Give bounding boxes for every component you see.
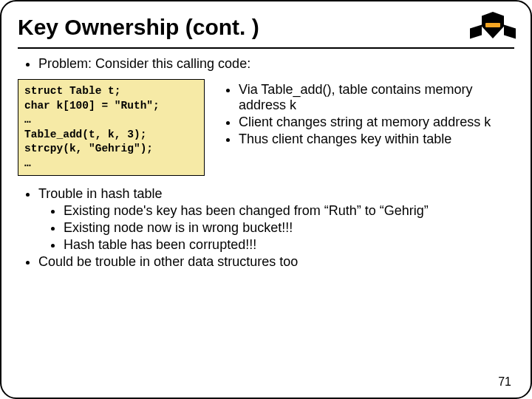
lower-bullet-2: Could be trouble in other data structure… [38,254,514,270]
lower-bullet-1-text: Trouble in hash table [38,186,162,201]
right-bullet-3: Thus client changes key within table [239,132,514,147]
page-number: 71 [498,375,511,389]
right-list: Via Table_add(), table contains memory a… [218,82,514,147]
lower-sublist: Existing node's key has been changed fro… [38,203,514,253]
lower-sub-1: Existing node's key has been changed fro… [64,203,514,219]
right-bullet-1: Via Table_add(), table contains memory a… [239,82,514,113]
code-explanation: Via Table_add(), table contains memory a… [218,79,514,154]
intro-bullet: Problem: Consider this calling code: [38,56,514,72]
slide: Key Ownership (cont. ) Problem: Consider… [0,0,532,399]
shield-logo-icon [471,10,514,44]
slide-title: Key Ownership (cont. ) [18,15,259,40]
lower-sub-2: Existing node now is in wrong bucket!!! [64,220,514,236]
code-row: struct Table t; char k[100] = "Ruth"; … … [18,79,514,176]
right-bullet-2: Client changes string at memory address … [239,115,514,130]
intro-list: Problem: Consider this calling code: [18,56,514,72]
lower-sub-3: Hash table has been corrupted!!! [64,237,514,253]
lower-list: Trouble in hash table Existing node's ke… [18,186,514,270]
code-block: struct Table t; char k[100] = "Ruth"; … … [18,79,205,176]
title-bar: Key Ownership (cont. ) [18,10,514,49]
lower-bullet-1: Trouble in hash table Existing node's ke… [38,186,514,253]
slide-body: Problem: Consider this calling code: str… [18,56,514,270]
